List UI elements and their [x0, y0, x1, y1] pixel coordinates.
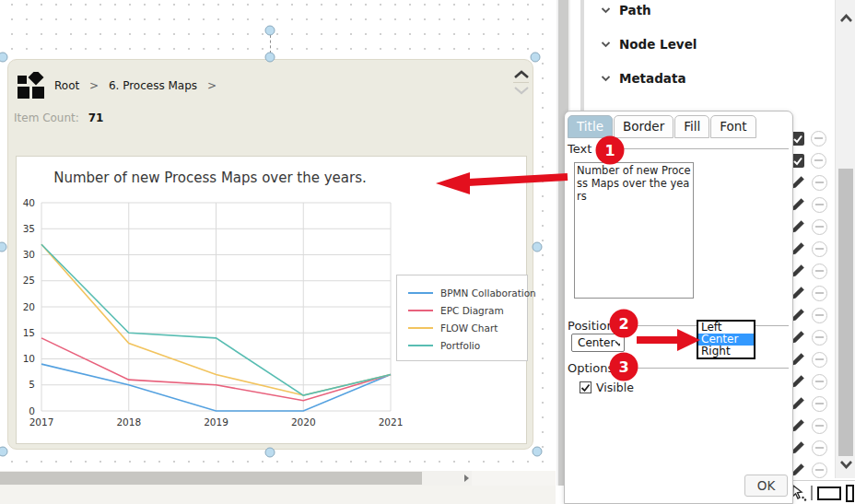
section-path[interactable]: Path: [601, 2, 697, 18]
remove-icon[interactable]: [812, 463, 827, 478]
legend-line-sample: [408, 327, 433, 329]
text-label: Text: [568, 142, 591, 156]
scroll-down-icon[interactable]: [839, 460, 853, 469]
remove-icon[interactable]: [812, 352, 827, 368]
canvas-footer: [0, 486, 556, 504]
text-section-header: Text: [568, 142, 789, 156]
svg-text:2020: 2020: [291, 416, 316, 428]
panel-row: [791, 149, 835, 171]
designer-canvas[interactable]: Root > 6. Process Maps > Item Count: 71 …: [0, 0, 556, 471]
tab-fill[interactable]: Fill: [674, 115, 709, 138]
breadcrumb-separator: >: [89, 79, 99, 92]
panel-row: [791, 326, 835, 348]
remove-icon[interactable]: [812, 241, 827, 257]
tab-title[interactable]: Title: [568, 115, 613, 138]
remove-icon[interactable]: [812, 330, 827, 346]
chevron-up-icon[interactable]: [511, 69, 532, 80]
position-select-value: Center: [578, 336, 615, 349]
scroll-right-arrow-icon[interactable]: [464, 475, 469, 482]
remove-icon[interactable]: [812, 440, 827, 456]
resize-handle-mid-right[interactable]: [533, 242, 543, 252]
scroll-up-icon[interactable]: [839, 14, 853, 23]
ok-button[interactable]: OK: [744, 475, 788, 497]
panel-row: [791, 437, 835, 459]
rotation-connector: [270, 35, 271, 53]
chart-widget[interactable]: Root > 6. Process Maps > Item Count: 71 …: [7, 59, 533, 450]
chevron-down-icon[interactable]: [511, 85, 532, 96]
position-dropdown-list: LeftCenterRight: [697, 320, 755, 359]
tab-font[interactable]: Font: [710, 115, 755, 138]
resize-handle-bottom-left[interactable]: [0, 447, 8, 457]
chevron-down-icon: [601, 75, 611, 82]
svg-text:5: 5: [29, 379, 35, 390]
panel-icon-rows: [791, 127, 835, 481]
legend-item: FLOW Chart: [408, 319, 518, 336]
legend-item: Portfolio: [408, 336, 518, 354]
resize-handle-top-left[interactable]: [0, 53, 8, 63]
scrollbar-thumb[interactable]: [0, 472, 422, 485]
scrollbar-thumb[interactable]: [838, 169, 853, 456]
remove-icon[interactable]: [812, 418, 827, 434]
widget-collapse-controls: [511, 67, 532, 97]
bottom-toolbar: [789, 480, 855, 504]
panel-row: [791, 216, 835, 238]
section-node-level[interactable]: Node Level: [601, 36, 697, 53]
panel-vertical-scrollbar[interactable]: [835, 0, 855, 478]
resize-handle-mid-left[interactable]: [0, 242, 7, 252]
rotation-handle[interactable]: [265, 26, 275, 36]
svg-text:2018: 2018: [116, 416, 141, 428]
layout-split-icon[interactable]: [846, 485, 855, 502]
panel-sections: PathNode LevelMetadata: [601, 2, 697, 104]
resize-handle-top-right[interactable]: [531, 53, 541, 63]
item-count-label: Item Count:: [14, 111, 79, 124]
legend-item: BPMN Collaboration: [408, 284, 518, 301]
canvas-horizontal-scrollbar[interactable]: [0, 471, 472, 486]
remove-icon[interactable]: [812, 197, 827, 213]
panel-row: [791, 260, 835, 282]
remove-icon[interactable]: [811, 131, 826, 147]
panel-row: [791, 193, 835, 216]
panel-row: [791, 393, 835, 415]
item-count: Item Count: 71: [14, 111, 103, 124]
resize-handle-bottom-center[interactable]: [265, 448, 275, 458]
legend-label: BPMN Collaboration: [440, 287, 536, 299]
section-label: Metadata: [619, 71, 686, 86]
legend-line-sample: [408, 345, 433, 346]
position-select[interactable]: Center: [571, 334, 625, 352]
remove-icon[interactable]: [812, 308, 827, 323]
remove-icon[interactable]: [811, 153, 826, 169]
remove-icon[interactable]: [812, 374, 827, 390]
svg-text:2019: 2019: [204, 416, 228, 428]
resize-handle-bottom-right[interactable]: [533, 447, 543, 457]
remove-icon[interactable]: [812, 219, 827, 235]
legend-line-sample: [408, 310, 433, 311]
svg-text:0: 0: [29, 405, 35, 416]
remove-icon[interactable]: [812, 175, 827, 191]
breadcrumb: Root > 6. Process Maps >: [54, 79, 223, 92]
breadcrumb-section[interactable]: 6. Process Maps: [109, 79, 197, 92]
panel-row: [791, 415, 835, 437]
item-count-value: 71: [88, 111, 104, 124]
remove-icon[interactable]: [812, 396, 827, 412]
breadcrumb-root[interactable]: Root: [54, 79, 79, 92]
visible-checkbox[interactable]: [580, 381, 591, 393]
title-text-input[interactable]: [574, 162, 694, 299]
svg-text:2017: 2017: [29, 416, 54, 428]
panel-row: [791, 304, 835, 326]
chevron-down-icon: [601, 6, 611, 14]
legend-label: Portfolio: [440, 340, 480, 351]
section-metadata[interactable]: Metadata: [601, 70, 697, 87]
dropdown-option-right[interactable]: Right: [698, 346, 754, 357]
remove-icon[interactable]: [812, 264, 827, 279]
options-label: Options: [568, 361, 614, 375]
svg-text:20: 20: [23, 301, 35, 312]
layout-single-icon[interactable]: [817, 486, 841, 500]
chevron-down-icon: [601, 41, 611, 48]
divider: [599, 148, 789, 149]
tab-border[interactable]: Border: [614, 115, 673, 138]
resize-handle-top-center[interactable]: [265, 53, 275, 63]
svg-text:30: 30: [23, 249, 35, 260]
remove-icon[interactable]: [812, 286, 827, 301]
svg-text:15: 15: [23, 327, 35, 338]
svg-text:2021: 2021: [379, 416, 404, 428]
